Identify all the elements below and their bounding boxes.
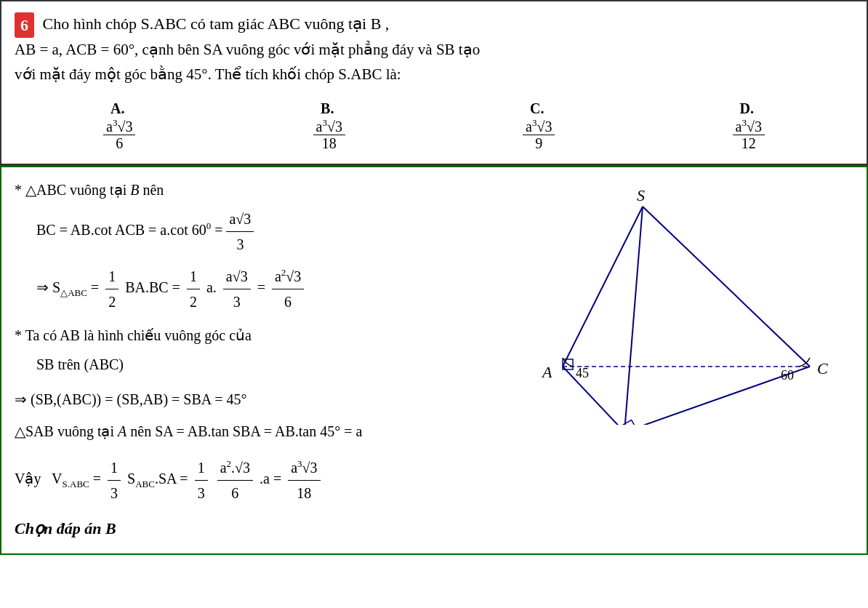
label-c: C — [817, 359, 828, 377]
answer-b-numerator: a3√3 — [313, 117, 345, 136]
answer-c-label: C. — [530, 100, 547, 117]
answers-row: A. a3√3 6 B. a3√3 18 C. a3√3 9 D. — [15, 100, 853, 153]
line-sb — [624, 207, 643, 425]
answer-b: B. a3√3 18 — [313, 100, 345, 153]
answer-d-label: D. — [740, 100, 758, 117]
sol-line2: BC = AB.cot ACB = a.cot 600 = a√3 3 — [36, 207, 487, 257]
sol-line4: * Ta có AB là hình chiếu vuông góc của — [15, 323, 487, 348]
final-answer: Chọn đáp án B — [15, 514, 487, 543]
line2-den: 3 — [233, 232, 246, 257]
question-number: 6 — [15, 12, 34, 38]
question-text-line1: Cho hình chóp S.ABC có tam giác ABC vuôn… — [43, 15, 390, 33]
answer-c-numerator: a3√3 — [523, 117, 555, 136]
question-section: 6 Cho hình chóp S.ABC có tam giác ABC vu… — [0, 0, 868, 165]
answer-c-denominator: 9 — [532, 135, 545, 152]
sol-line8: Vậy VS.ABC = 1 3 SABC.SA = 1 3 a2.√3 6 .… — [15, 455, 487, 505]
answer-b-fraction: a3√3 18 — [313, 117, 345, 153]
label-s: S — [637, 186, 645, 204]
line2-num: a√3 — [226, 207, 254, 232]
answer-d-numerator: a3√3 — [733, 117, 765, 136]
answer-a-label: A. — [110, 100, 128, 117]
sol-line6: ⇒ (SB,(ABC)) = (SB,AB) = SBA = 45° — [15, 387, 487, 412]
solution-left: * △ABC vuông tại B nên BC = AB.cot ACB =… — [15, 177, 487, 543]
line-sa — [563, 207, 643, 367]
answer-b-denominator: 18 — [319, 135, 339, 152]
answer-d-denominator: 12 — [739, 135, 759, 152]
answer-c: C. a3√3 9 — [523, 100, 555, 153]
solution-section: * △ABC vuông tại B nên BC = AB.cot ACB =… — [0, 165, 868, 555]
answer-a-numerator: a3√3 — [103, 117, 135, 136]
question-header: 6 Cho hình chóp S.ABC có tam giác ABC vu… — [15, 12, 853, 38]
answer-a-denominator: 6 — [113, 135, 126, 152]
question-text-line2: AB = a, ACB = 60°, cạnh bên SA vuông góc… — [15, 38, 853, 63]
line-sc — [643, 207, 810, 367]
sol-line5: SB trên (ABC) — [36, 352, 487, 377]
angle-60-label: 60 — [781, 368, 794, 383]
answer-d: D. a3√3 12 — [733, 100, 765, 153]
line-ab — [563, 367, 624, 425]
answer-a-fraction: a3√3 6 — [103, 117, 135, 153]
sol-line3: ⇒ S△ABC = 1 2 BA.BC = 1 2 a. a√3 3 = a2√… — [36, 264, 487, 314]
angle-45-label: 45 — [576, 366, 589, 380]
label-a: A — [541, 363, 552, 381]
question-text-line3: với mặt đáy một góc bằng 45°. Thể tích k… — [15, 63, 853, 87]
sol-line1: * △ABC vuông tại B nên — [15, 177, 487, 202]
answer-a: A. a3√3 6 — [103, 100, 135, 153]
answer-b-label: B. — [321, 100, 337, 117]
answer-c-fraction: a3√3 9 — [523, 117, 555, 153]
answer-d-fraction: a3√3 12 — [733, 117, 765, 153]
sol-line7: △SAB vuông tại A nên SA = AB.tan SBA = A… — [15, 419, 487, 444]
pyramid-diagram: S A B C 45 60 — [497, 185, 853, 425]
pyramid-svg: S A B C 45 60 — [497, 185, 853, 425]
